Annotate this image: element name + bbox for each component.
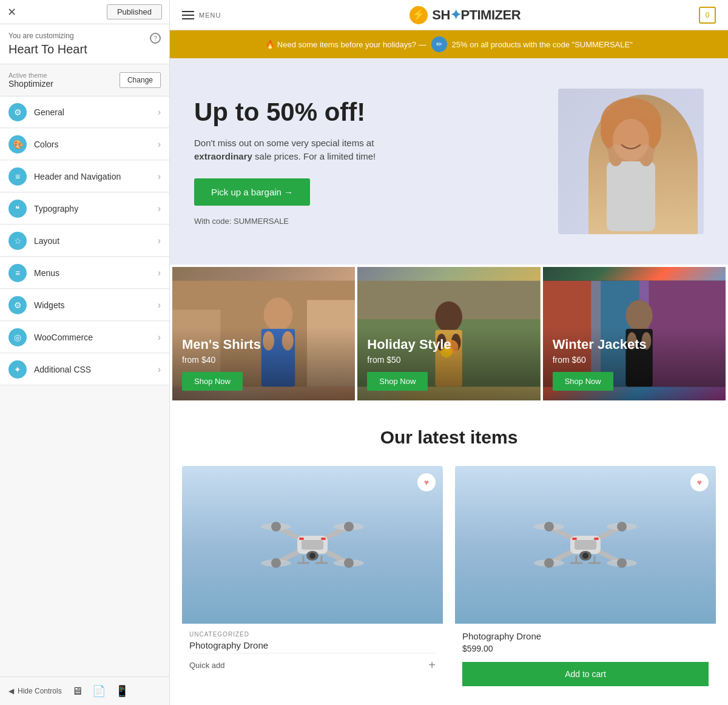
product-card-2: ♥ [455, 466, 716, 693]
menu-label: MENU [199, 12, 221, 19]
product-price-2: $599.00 [462, 644, 709, 653]
sidebar-item-menus[interactable]: ≡ Menus › [0, 257, 169, 289]
svg-point-65 [544, 522, 554, 531]
logo-text: SH✦PTIMIZER [432, 7, 521, 23]
nav-arrow-widgets: › [158, 300, 161, 311]
edit-overlay-icon[interactable]: ✏ [431, 36, 447, 52]
desktop-view-icon[interactable]: 🖥 [72, 685, 83, 698]
category-overlay-2: Holiday Style from $50 Shop Now [357, 327, 540, 400]
sidebar: ✕ Published You are customizing Heart To… [0, 0, 170, 705]
mobile-view-icon[interactable]: 📱 [115, 684, 129, 698]
menu-line-2 [182, 15, 194, 16]
nav-arrow-layout: › [158, 235, 161, 246]
nav-icon-additional-css: ✦ [8, 360, 27, 379]
svg-text:⚡: ⚡ [412, 8, 426, 21]
category-card-mens-shirts: Men's Shirts from $40 Shop Now [172, 267, 355, 400]
svg-point-66 [617, 522, 627, 531]
hero-cta-button[interactable]: Pick up a bargain → [194, 178, 310, 206]
product-card-1: ♥ [182, 466, 443, 693]
nav-arrow-typography: › [158, 203, 161, 214]
sidebar-item-general[interactable]: ⚙ General › [0, 96, 169, 128]
product-actions-1: Quick add + [189, 653, 436, 672]
category-title-2: Holiday Style [367, 337, 530, 352]
tablet-view-icon[interactable]: 📄 [92, 684, 106, 698]
hide-controls-label: Hide Controls [18, 687, 62, 695]
svg-point-68 [617, 558, 627, 568]
shop-now-button-2[interactable]: Shop Now [367, 372, 428, 391]
category-overlay-3: Winter Jackets from $60 Shop Now [543, 327, 726, 400]
svg-rect-74 [594, 538, 599, 540]
menu-icon[interactable] [182, 11, 194, 19]
nav-arrow-header-nav: › [158, 171, 161, 182]
shop-now-button-3[interactable]: Shop Now [553, 372, 613, 391]
nav-arrow-menus: › [158, 268, 161, 278]
active-theme-label: Active theme [8, 72, 120, 79]
quick-add-icon-1[interactable]: + [428, 658, 436, 672]
topbar: MENU ⚡ SH✦PTIMIZER 0 [170, 0, 728, 30]
product-name-1: Photography Drone [189, 640, 436, 650]
sidebar-item-additional-css[interactable]: ✦ Additional CSS › [0, 354, 169, 385]
published-button[interactable]: Published [107, 4, 162, 19]
nav-label-colors: Colors [34, 140, 158, 149]
svg-point-46 [344, 558, 354, 568]
hero-text: Up to 50% off! Don't miss out on some ve… [194, 98, 558, 226]
hero-section: Up to 50% off! Don't miss out on some ve… [170, 58, 728, 265]
promo-text: 🔥 Need some items before your holidays? … [265, 40, 426, 49]
svg-point-67 [544, 558, 554, 568]
nav-icon-layout: ☆ [8, 232, 27, 250]
wishlist-button-2[interactable]: ♥ [690, 473, 709, 491]
active-theme-name: Shoptimizer [8, 79, 120, 89]
wishlist-button-1[interactable]: ♥ [417, 473, 436, 491]
latest-section: Our latest items ♥ [170, 403, 728, 705]
svg-point-50 [309, 553, 315, 559]
cart-icon[interactable]: 0 [699, 7, 716, 24]
sidebar-item-typography[interactable]: ❝ Typography › [0, 193, 169, 224]
hero-desc-end: sale prices. For a limited time! [252, 151, 376, 161]
hide-controls-button[interactable]: ◀ Hide Controls [8, 687, 62, 695]
category-title-3: Winter Jackets [553, 337, 716, 352]
sidebar-item-header-nav[interactable]: ≡ Header and Navigation › [0, 161, 169, 192]
nav-label-woocommerce: WooCommerce [34, 332, 158, 342]
nav-arrow-additional-css: › [158, 364, 161, 375]
svg-point-45 [271, 558, 281, 568]
sidebar-item-widgets[interactable]: ⚙ Widgets › [0, 289, 169, 321]
sidebar-item-woocommerce[interactable]: ◎ WooCommerce › [0, 322, 169, 353]
svg-point-9 [613, 119, 649, 161]
hero-description: Don't miss out on some very special item… [194, 137, 425, 164]
close-icon[interactable]: ✕ [7, 5, 16, 19]
svg-rect-48 [302, 540, 323, 550]
nav-label-additional-css: Additional CSS [34, 365, 158, 374]
change-theme-button[interactable]: Change [120, 72, 161, 88]
category-price-1: from $40 [182, 355, 345, 365]
nav-arrow-general: › [158, 107, 161, 118]
svg-rect-70 [575, 540, 596, 550]
sidebar-footer: ◀ Hide Controls 🖥 📄 📱 [0, 676, 169, 705]
shop-now-button-1[interactable]: Shop Now [182, 372, 243, 391]
nav-label-menus: Menus [34, 268, 158, 278]
category-card-winter: Winter Jackets from $60 Shop Now [543, 267, 726, 400]
svg-rect-51 [299, 538, 304, 540]
product-image-1: ♥ [182, 466, 443, 624]
main-content: MENU ⚡ SH✦PTIMIZER 0 🔥 Need some items b… [170, 0, 728, 705]
product-name-2: Photography Drone [462, 631, 709, 641]
category-card-holiday: Holiday Style from $50 Shop Now [357, 267, 540, 400]
add-to-cart-button-2[interactable]: Add to cart [462, 662, 709, 686]
customizing-label: You are customizing [8, 32, 161, 40]
hero-desc-bold: extraordinary [194, 151, 252, 161]
menu-line-1 [182, 11, 194, 12]
hero-desc-start: Don't miss out on some very special item… [194, 138, 374, 148]
products-grid: ♥ [182, 466, 716, 693]
help-icon[interactable]: ? [150, 33, 161, 44]
active-theme-info: Active theme Shoptimizer [8, 72, 120, 89]
nav-icon-colors: 🎨 [8, 135, 27, 153]
nav-icon-typography: ❝ [8, 200, 27, 218]
hero-image [558, 89, 704, 234]
nav-label-header-nav: Header and Navigation [34, 172, 158, 181]
quick-add-label-1: Quick add [189, 661, 225, 670]
nav-arrow-woocommerce: › [158, 332, 161, 343]
nav-label-general: General [34, 107, 158, 117]
sidebar-item-layout[interactable]: ☆ Layout › [0, 225, 169, 257]
sidebar-item-colors[interactable]: 🎨 Colors › [0, 129, 169, 160]
svg-point-14 [264, 298, 293, 332]
nav-icon-widgets: ⚙ [8, 296, 27, 314]
